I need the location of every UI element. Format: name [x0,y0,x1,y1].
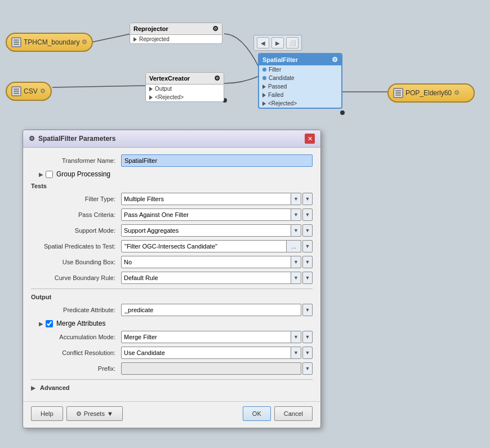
node-pop-elderly[interactable]: POP_Elderly60 ⚙ [387,83,475,103]
filter-type-select-wrap: Multiple Filters ▼ ▼ [121,193,313,205]
use-bounding-box-arrow[interactable]: ▼ [291,256,301,268]
tests-section-header: Tests [31,183,313,189]
vc-arrow-1 [149,87,153,91]
pop-gear-icon[interactable]: ⚙ [454,89,462,97]
predicate-attr-dropdown-btn[interactable]: ▼ [302,304,313,316]
transformer-reprojector[interactable]: Reprojector ⚙ Reprojected [130,23,222,44]
spatial-predicates-ellipsis-btn[interactable]: ... [287,240,301,252]
dialog-body: Transformer Name: ▶ Group Processing Tes… [23,148,320,401]
pass-criteria-select[interactable]: Pass Against One Filter [121,209,291,221]
support-mode-dropdown-arrow[interactable]: ▼ [291,224,301,237]
section-divider-2 [31,379,313,380]
svg-rect-8 [13,88,20,95]
spatialfilter-dialog: ⚙ SpatialFilter Parameters ✕ Transformer… [23,130,321,428]
filter-type-extra-btn[interactable]: ▼ [302,193,313,205]
dialog-footer: Help ⚙ Presets ▼ OK Cancel [23,401,320,428]
sf-port-candidate: Candidate [259,74,341,82]
sf-arrow-passed [262,85,266,89]
support-mode-row: Support Mode: Support Aggregates ▼ ▼ [31,224,313,237]
prefix-input[interactable] [121,362,301,375]
dialog-titlebar: ⚙ SpatialFilter Parameters ✕ [23,130,320,148]
accumulation-mode-btn[interactable]: ▼ [302,331,313,343]
reprojector-reprojected-label: Reprojected [139,36,170,42]
reprojector-gear[interactable]: ⚙ [212,25,219,33]
transformer-name-input[interactable] [121,154,313,167]
merge-expand-arrow[interactable]: ▶ [39,321,43,327]
pass-criteria-extra-btn[interactable]: ▼ [302,209,313,221]
accumulation-mode-label: Accumulation Mode: [31,334,121,340]
connection-lines [0,0,490,130]
curve-boundary-row: Curve Boundary Rule: Default Rule ▼ ▼ [31,272,313,284]
group-processing-checkbox[interactable] [46,171,53,178]
toolbar-btn-3[interactable]: ⬜ [286,37,299,48]
support-mode-select[interactable]: Support Aggregates [121,224,291,237]
vertexcreator-label: VertexCreator [149,75,190,82]
support-mode-extra-btn[interactable]: ▼ [302,224,313,237]
svg-point-4 [340,110,345,115]
sf-filter-label: Filter [269,66,281,73]
curve-boundary-label: Curve Boundary Rule: [31,274,121,281]
conflict-resolution-arrow[interactable]: ▼ [291,347,301,359]
sf-arrow-rejected [262,101,266,106]
conflict-resolution-select[interactable]: Use Candidate [121,347,291,359]
use-bounding-box-btn[interactable]: ▼ [302,256,313,268]
pass-criteria-select-wrap: Pass Against One Filter ▼ ▼ [121,209,313,221]
curve-boundary-btn[interactable]: ▼ [302,272,313,284]
vertexcreator-header: VertexCreator ⚙ [146,73,224,85]
use-bounding-box-wrap: No ▼ ▼ [121,256,313,268]
predicate-attr-row: Predicate Attribute: ▼ [31,304,313,316]
cancel-button[interactable]: Cancel [274,406,313,421]
transformer-vertexcreator[interactable]: VertexCreator ⚙ Output <Rejected> [145,72,224,102]
csv-gear-icon[interactable]: ⚙ [40,87,46,95]
sf-port-failed: Failed [259,91,341,99]
advanced-section-header[interactable]: ▶ Advanced [31,384,313,391]
spatial-filter-node[interactable]: SpatialFilter ⚙ Filter Candidate Passed … [258,53,342,109]
accumulation-mode-arrow[interactable]: ▼ [291,331,301,343]
svg-line-0 [91,34,131,42]
accumulation-mode-select[interactable]: Merge Filter [121,331,291,343]
ok-button[interactable]: OK [243,406,271,421]
spatial-filter-header: SpatialFilter ⚙ [259,54,341,65]
spatial-predicates-dropdown-btn[interactable]: ▼ [302,240,313,252]
tphcm-gear-icon[interactable]: ⚙ [82,38,87,46]
filter-type-dropdown-arrow[interactable]: ▼ [291,193,301,205]
spatial-filter-gear[interactable]: ⚙ [332,56,338,64]
footer-left: Help ⚙ Presets ▼ [31,406,123,421]
merge-attributes-label: Merge Attributes [56,320,105,327]
advanced-expand-arrow[interactable]: ▶ [31,385,35,391]
reprojector-port-reprojected: Reprojected [130,35,222,43]
pass-criteria-row: Pass Criteria: Pass Against One Filter ▼… [31,209,313,221]
toolbar-btn-2[interactable]: ▶ [271,37,284,48]
node-csv[interactable]: CSV ⚙ [6,82,52,101]
curve-boundary-select[interactable]: Default Rule [121,272,291,284]
spatial-predicates-input[interactable] [121,240,287,252]
group-expand-arrow[interactable]: ▶ [39,171,43,178]
support-mode-select-wrap: Support Aggregates ▼ ▼ [121,224,313,237]
prefix-dropdown-btn[interactable]: ▼ [302,362,313,375]
spatial-predicates-wrap: ... ▼ [121,240,313,252]
csv-label: CSV [24,87,38,95]
sf-port-rejected: <Rejected> [259,99,341,108]
merge-attributes-checkbox[interactable] [46,320,53,327]
pass-criteria-dropdown-arrow[interactable]: ▼ [291,209,301,221]
vertexcreator-gear[interactable]: ⚙ [214,74,220,82]
group-processing-row: ▶ Group Processing [31,170,313,178]
predicate-attr-input[interactable] [121,304,301,316]
help-button[interactable]: Help [31,406,63,421]
node-tphcm[interactable]: TPHCM_boundary ⚙ [6,33,93,52]
vc-rejected-label: <Rejected> [155,94,184,100]
presets-button[interactable]: ⚙ Presets ▼ [66,406,123,421]
curve-boundary-wrap: Default Rule ▼ ▼ [121,272,313,284]
curve-boundary-arrow[interactable]: ▼ [291,272,301,284]
toolbar-btn-1[interactable]: ◀ [257,37,269,48]
conflict-resolution-btn[interactable]: ▼ [302,347,313,359]
use-bounding-box-select[interactable]: No [121,256,291,268]
reprojector-label: Reprojector [133,25,168,32]
dialog-title: ⚙ SpatialFilter Parameters [29,135,115,143]
csv-icon [11,86,21,96]
filter-type-select[interactable]: Multiple Filters [121,193,291,205]
output-section-header: Output [31,294,313,300]
dialog-close-button[interactable]: ✕ [305,134,315,144]
pop-label: POP_Elderly60 [406,89,452,97]
vc-arrow-2 [149,95,153,100]
